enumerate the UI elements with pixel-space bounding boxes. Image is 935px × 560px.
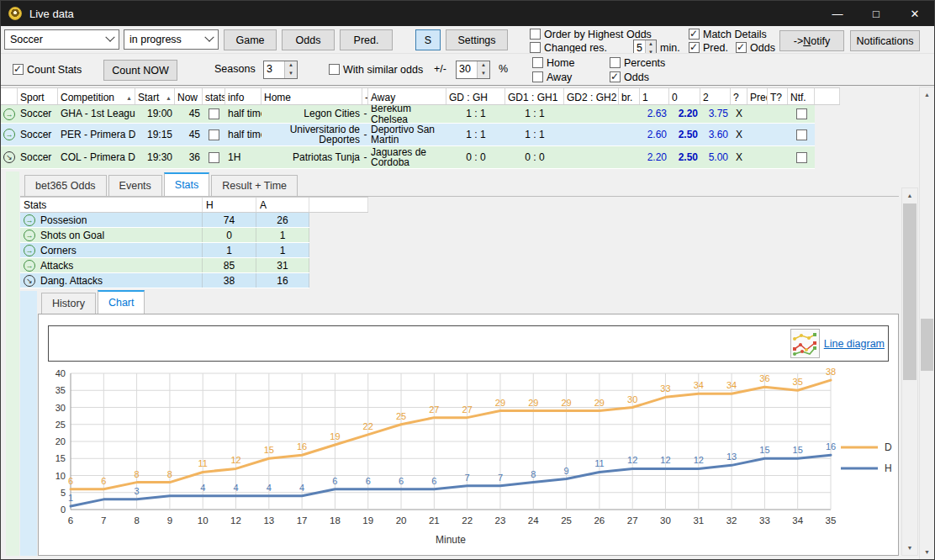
ntf-checkbox[interactable] <box>796 108 807 119</box>
spinner-down-icon[interactable]: ▼ <box>285 70 297 78</box>
with-similar-odds-checkbox[interactable]: With similar odds <box>329 63 423 76</box>
checkbox-box[interactable] <box>532 71 543 82</box>
maximize-button[interactable]: □ <box>857 1 895 26</box>
match-details-checkbox[interactable]: Match Details <box>689 28 767 40</box>
main-scrollbar[interactable]: ▲ ▼ <box>919 87 935 560</box>
arrow-right-icon[interactable]: → <box>24 245 35 256</box>
tab-chart[interactable]: Chart <box>98 290 145 314</box>
game-button[interactable]: Game <box>224 29 277 50</box>
scroll-down-icon[interactable]: ▼ <box>902 541 917 555</box>
spinner-down-icon[interactable]: ▼ <box>478 70 489 78</box>
column-header-competition[interactable]: Competition▲ <box>58 88 135 104</box>
checkbox-box[interactable] <box>329 64 340 75</box>
scroll-up-icon[interactable]: ▲ <box>902 188 917 203</box>
checkbox-box[interactable] <box>610 71 621 82</box>
column-header-gd1-gh1[interactable]: GD1 : GH1 <box>505 88 564 104</box>
stats-checkbox[interactable] <box>209 129 219 140</box>
column-header-stats[interactable]: stats <box>203 88 225 104</box>
count-now-button[interactable]: Count NOW <box>103 60 177 81</box>
arrow-right-icon[interactable]: → <box>24 260 35 272</box>
pred-checkbox[interactable]: Pred. <box>689 41 728 54</box>
stat-row[interactable]: →Attacks8531 <box>20 258 309 273</box>
tab-history[interactable]: History <box>41 293 96 314</box>
column-header-ntf-[interactable]: Ntf. <box>788 88 815 104</box>
arrow-right-icon[interactable]: → <box>3 129 15 140</box>
tab-events[interactable]: Events <box>108 175 162 196</box>
column-header-icon[interactable] <box>1 88 18 104</box>
close-button[interactable]: ✕ <box>895 1 934 26</box>
changed-res-checkbox[interactable]: Changed res. <box>530 41 607 54</box>
count-stats-checkbox[interactable]: Count Stats <box>13 63 82 76</box>
scroll-down-icon[interactable]: ▼ <box>920 545 934 559</box>
notify-button[interactable]: -> Notify <box>779 30 844 51</box>
spinner-up-icon[interactable]: ▲ <box>285 61 297 70</box>
scroll-up-icon[interactable]: ▲ <box>920 87 934 102</box>
checkbox-box[interactable] <box>13 64 24 75</box>
away-checkbox[interactable]: Away <box>532 71 572 83</box>
column-header--[interactable]: ? <box>731 88 747 104</box>
spinner-value[interactable]: 30 <box>457 61 477 78</box>
home-checkbox[interactable]: Home <box>532 56 574 69</box>
checkbox-box[interactable] <box>689 29 700 40</box>
stat-row[interactable]: ↘Dang. Attacks3816 <box>20 273 309 288</box>
stat-row[interactable]: →Possesion7426 <box>20 213 309 228</box>
column-header-2[interactable]: 2 <box>700 88 731 104</box>
tab-stats[interactable]: Stats <box>164 172 210 196</box>
column-header-stats[interactable]: Stats <box>20 198 203 212</box>
column-header-gd-gh[interactable]: GD : GH <box>446 88 505 104</box>
column-header-br-[interactable]: br. <box>619 88 640 104</box>
column-header-t-[interactable]: T? <box>768 88 788 104</box>
line-diagram-link[interactable]: Line diagram <box>824 338 885 350</box>
checkbox-box[interactable] <box>736 42 747 53</box>
arrow-down-right-icon[interactable]: ↘ <box>24 275 35 287</box>
arrow-right-icon[interactable]: → <box>24 214 35 226</box>
column-header-0[interactable]: 0 <box>669 88 700 104</box>
ntf-checkbox[interactable] <box>796 129 807 140</box>
detail-scrollbar[interactable]: ▲ ▼ <box>901 188 918 556</box>
plusminus-spinner[interactable]: 30 ▲▼ <box>456 61 490 79</box>
stat-row[interactable]: →Corners11 <box>20 243 309 258</box>
checkbox-box[interactable] <box>610 57 621 68</box>
arrow-right-icon[interactable]: → <box>24 230 35 241</box>
column-header-start[interactable]: Start▲ <box>135 88 175 104</box>
table-row[interactable]: →SoccerGHA - 1st League19:0045half timeL… <box>1 105 815 124</box>
checkbox-box[interactable] <box>530 29 541 40</box>
column-header-1[interactable]: 1 <box>640 88 669 104</box>
s-button[interactable]: S <box>415 29 441 50</box>
tab-bet365-odds[interactable]: bet365 Odds <box>24 175 107 196</box>
percents-checkbox[interactable]: Percents <box>610 56 665 69</box>
pred-button[interactable]: Pred. <box>340 29 393 50</box>
notifications-button[interactable]: Notifications <box>850 30 920 51</box>
column-header-a[interactable]: A <box>256 198 309 212</box>
spinner-up-icon[interactable]: ▲ <box>646 40 656 49</box>
order-by-highest-odds-checkbox[interactable]: Order by Highest Odds <box>530 28 652 40</box>
arrow-down-right-icon[interactable]: ↘ <box>3 151 15 163</box>
tab-result-time[interactable]: Result + Time <box>211 175 298 196</box>
column-header--[interactable]: - <box>362 88 368 104</box>
table-row[interactable]: ↘SoccerCOL - Primera Division19:30361HPa… <box>1 146 815 169</box>
checkbox-box[interactable] <box>532 57 543 68</box>
table-row[interactable]: →SoccerPER - Primera Division19:1545half… <box>1 124 815 146</box>
status-select[interactable]: in progress <box>124 29 219 50</box>
sport-select[interactable]: Soccer <box>4 29 119 50</box>
stats-checkbox[interactable] <box>209 152 219 163</box>
checkbox-box[interactable] <box>530 42 541 53</box>
checkbox-box[interactable] <box>689 42 700 53</box>
scrollbar-thumb[interactable] <box>921 319 933 371</box>
column-header-info[interactable]: info <box>225 88 261 104</box>
seasons-spinner[interactable]: 3 ▲▼ <box>263 61 298 79</box>
settings-button[interactable]: Settings <box>446 29 508 50</box>
scrollbar-thumb[interactable] <box>903 203 917 380</box>
line-diagram-icon[interactable] <box>790 329 820 358</box>
column-header-home[interactable]: Home <box>261 88 362 104</box>
minimize-button[interactable]: — <box>818 1 857 26</box>
column-header-gd2-gh2[interactable]: GD2 : GH2 <box>564 88 619 104</box>
column-header-pred[interactable]: Pred <box>747 88 768 104</box>
odds-checkbox[interactable]: Odds <box>736 41 775 54</box>
stat-row[interactable]: →Shots on Goal01 <box>20 228 309 243</box>
column-header-away[interactable]: Away <box>368 88 446 104</box>
spinner-up-icon[interactable]: ▲ <box>478 61 489 70</box>
odds-button[interactable]: Odds <box>282 29 335 50</box>
ntf-checkbox[interactable] <box>796 152 807 163</box>
column-header-h[interactable]: H <box>203 198 256 212</box>
